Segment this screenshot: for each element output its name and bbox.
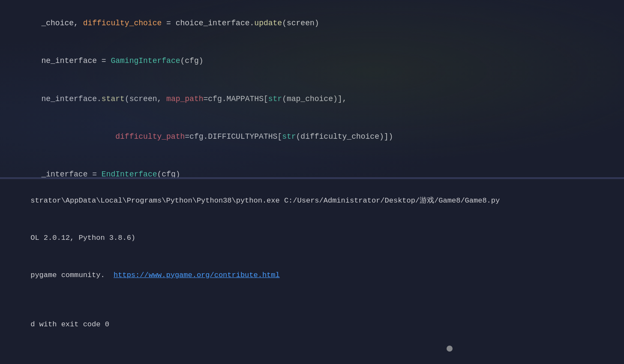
code-line-5: _interface = EndInterface(cfg) (0, 156, 624, 178)
code-line-1: _choice, difficulty_choice = choice_inte… (0, 4, 624, 42)
pygame-contribute-link[interactable]: https://www.pygame.org/contribute.html (114, 271, 280, 279)
terminal-line-2: OL 2.0.12, Python 3.8.6) (4, 220, 624, 257)
terminal-line-4 (4, 294, 624, 306)
ide-window: _choice, difficulty_choice = choice_inte… (0, 0, 624, 364)
code-line-2: ne_interface = GamingInterface(cfg) (0, 42, 624, 80)
terminal-line-5: d with exit code 0 (4, 306, 624, 343)
mouse-cursor (447, 346, 453, 352)
terminal-panel[interactable]: strator\AppData\Local\Programs\Python\Py… (0, 179, 624, 364)
terminal-line-1: strator\AppData\Local\Programs\Python\Py… (4, 182, 624, 220)
code-editor[interactable]: _choice, difficulty_choice = choice_inte… (0, 0, 624, 177)
code-line-4: difficulty_path=cfg.DIFFICULTYPATHS[str(… (0, 118, 624, 155)
terminal-line-3: pygame community. https://www.pygame.org… (4, 257, 624, 294)
code-line-3: ne_interface.start(screen, map_path=cfg.… (0, 80, 624, 118)
